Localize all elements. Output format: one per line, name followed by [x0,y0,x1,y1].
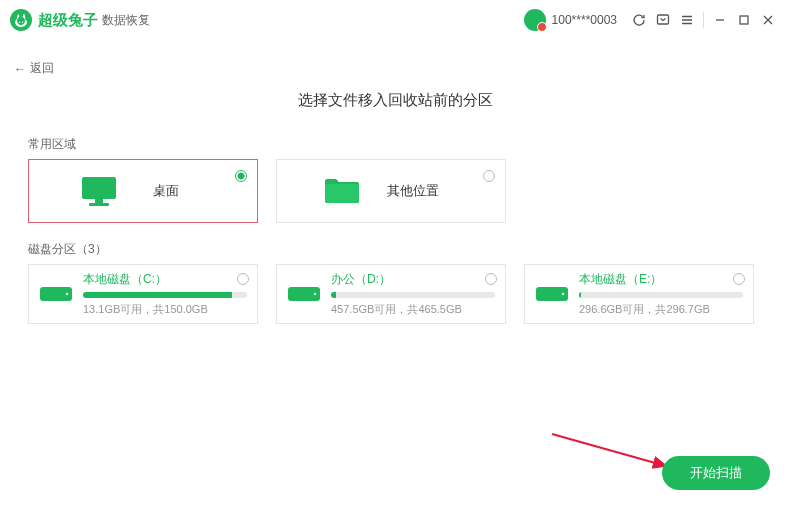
brand-text: 超级兔子 [38,11,98,30]
drive-e[interactable]: 本地磁盘（E:） 296.6GB可用，共296.7GB [524,264,754,324]
svg-rect-1 [740,16,748,24]
user-id-text: 100****0003 [552,13,617,27]
feedback-icon[interactable] [651,8,675,32]
svg-rect-2 [82,177,116,199]
monitor-icon [81,176,117,206]
user-avatar-icon[interactable] [524,9,546,31]
minimize-button[interactable] [708,8,732,32]
drive-stat: 457.5GB可用，共465.5GB [331,302,495,317]
subbrand-text: 数据恢复 [102,12,150,29]
drive-stat: 296.6GB可用，共296.7GB [579,302,743,317]
drive-icon [39,281,73,308]
card-label: 其他位置 [387,182,439,200]
folder-icon [323,177,361,205]
svg-line-12 [552,434,666,466]
svg-point-11 [562,292,565,295]
radio-icon [485,273,497,285]
drive-d[interactable]: 办公（D:） 457.5GB可用，共465.5GB [276,264,506,324]
svg-rect-3 [95,199,103,203]
refresh-icon[interactable] [627,8,651,32]
start-scan-button[interactable]: 开始扫描 [662,456,770,490]
radio-icon [483,170,495,182]
section-partition-label: 磁盘分区（3） [28,241,790,258]
rabbit-logo-icon [10,9,32,31]
progress-fill [83,292,232,298]
back-arrow-icon: ← [14,62,26,76]
drive-icon [287,281,321,308]
progress-bar [331,292,495,298]
radio-icon [237,273,249,285]
svg-point-9 [314,292,317,295]
menu-icon[interactable] [675,8,699,32]
progress-bar [579,292,743,298]
drive-name: 办公（D:） [331,271,495,288]
drive-c[interactable]: 本地磁盘（C:） 13.1GB可用，共150.0GB [28,264,258,324]
scan-button-label: 开始扫描 [690,464,742,482]
page-title: 选择文件移入回收站前的分区 [0,91,790,110]
card-desktop[interactable]: 桌面 [28,159,258,223]
back-label: 返回 [30,60,54,77]
drive-icon [535,281,569,308]
progress-bar [83,292,247,298]
close-button[interactable] [756,8,780,32]
radio-icon [733,273,745,285]
drive-stat: 13.1GB可用，共150.0GB [83,302,247,317]
drive-name: 本地磁盘（C:） [83,271,247,288]
svg-rect-0 [658,15,669,24]
drive-name: 本地磁盘（E:） [579,271,743,288]
common-area-row: 桌面 其他位置 [0,159,790,241]
drives-row: 本地磁盘（C:） 13.1GB可用，共150.0GB 办公（D:） 457.5G… [0,264,790,324]
maximize-button[interactable] [732,8,756,32]
radio-icon [235,170,247,182]
card-label: 桌面 [153,182,179,200]
progress-fill [331,292,336,298]
card-other[interactable]: 其他位置 [276,159,506,223]
progress-fill [579,292,581,298]
annotation-arrow-icon [548,428,678,476]
svg-rect-4 [89,203,109,206]
titlebar: 超级兔子 数据恢复 100****0003 [0,0,790,40]
back-button[interactable]: ← 返回 [14,60,54,77]
svg-rect-5 [325,184,359,203]
logo: 超级兔子 数据恢复 [10,9,150,31]
svg-point-7 [66,292,69,295]
section-common-label: 常用区域 [28,136,790,153]
